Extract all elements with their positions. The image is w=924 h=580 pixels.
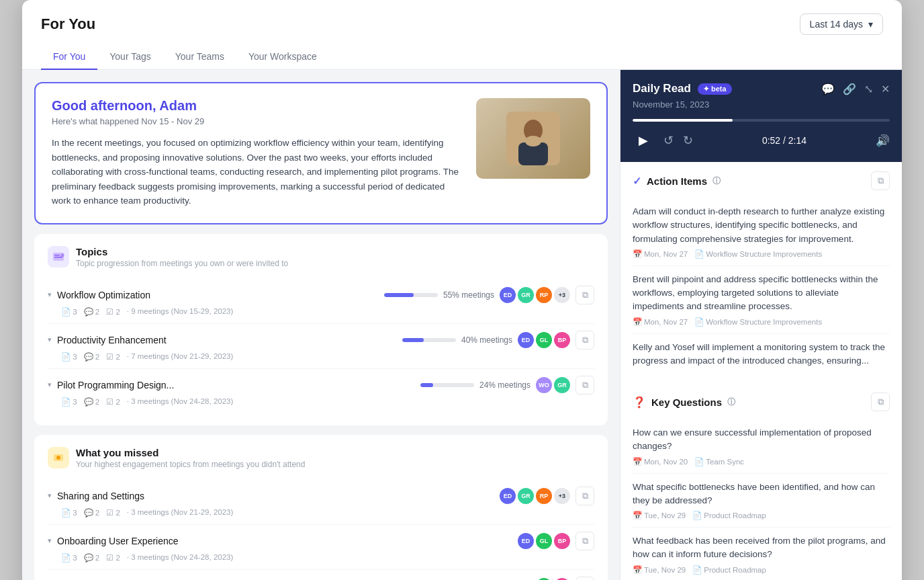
chevron-down-icon: ▾ <box>868 19 873 30</box>
missed-copy-1[interactable]: ⧉ <box>575 532 594 550</box>
avatar-ed-0: ED <box>500 287 516 303</box>
progress-label-0: 55% meetings <box>443 290 494 300</box>
action-items-icon: ✓ <box>633 175 641 188</box>
missed-meta-task-0: ☑ 2 <box>106 508 120 517</box>
meta-item-docs-1: 📄 3 <box>61 352 77 362</box>
progress-bar-fill-1 <box>402 338 424 342</box>
date-filter-button[interactable]: Last 14 days ▾ <box>800 13 883 35</box>
cal-icon-0: 📅 <box>633 249 642 259</box>
topic-top-2: ▾ Pilot Programming Design... 24% meetin… <box>48 376 594 395</box>
chevron-icon-1[interactable]: ▾ <box>48 335 52 344</box>
avatar-plus-0: +3 <box>554 287 570 303</box>
forward-icon[interactable]: ↻ <box>683 133 693 148</box>
tab-nav: For You Your Tags Your Teams Your Worksp… <box>41 44 883 69</box>
beta-badge: ✦ beta <box>698 83 732 95</box>
missed-chevron-1[interactable]: ▾ <box>48 536 52 545</box>
progress-wrap-2: 24% meetings <box>420 380 530 390</box>
chevron-icon-0[interactable]: ▾ <box>48 290 52 299</box>
topics-title: Topics <box>76 246 594 257</box>
key-questions-copy-button[interactable]: ⧉ <box>871 392 890 411</box>
missed-title: What you missed <box>76 447 594 458</box>
action-items-header: ✓ Action Items ⓘ ⧉ <box>633 171 890 190</box>
svg-rect-5 <box>54 255 60 256</box>
progress-bar-bg-2 <box>420 383 474 387</box>
action-tag-1: 📄 Workflow Structure Improvements <box>694 317 822 327</box>
play-button[interactable]: ▶ <box>633 130 654 151</box>
meta-item-docs-0: 📄 3 <box>61 307 77 317</box>
svg-rect-6 <box>54 257 62 258</box>
rewind-icon[interactable]: ↺ <box>663 133 674 148</box>
action-meta-0: 📅 Mon, Nov 27 📄 Workflow Structure Impro… <box>633 249 890 259</box>
what-you-missed-card: What you missed Your highest engagement … <box>34 435 608 580</box>
kq-text-1: What specific bottlenecks have been iden… <box>633 481 890 508</box>
key-questions-title: ❓ Key Questions ⓘ <box>633 396 735 409</box>
missed-copy-2[interactable]: ⧉ <box>575 577 594 580</box>
minimize-icon[interactable]: ⤡ <box>864 83 873 95</box>
copy-button-0[interactable]: ⧉ <box>575 286 594 304</box>
missed-name-1: Onboarding User Experience <box>57 536 512 546</box>
action-item-0: Adam will conduct in-depth research to f… <box>633 198 890 266</box>
key-questions-label: Key Questions <box>651 397 722 408</box>
tab-your-workspace[interactable]: Your Workspace <box>236 44 329 70</box>
audio-time: 0:52 / 2:14 <box>702 135 866 146</box>
copy-button-2[interactable]: ⧉ <box>575 376 594 395</box>
action-items-copy-button[interactable]: ⧉ <box>871 171 890 190</box>
topic-top-1: ▾ Productivity Enhancement 40% meetings … <box>48 331 594 349</box>
chevron-icon-2[interactable]: ▾ <box>48 380 52 389</box>
topic-name-1: Productivity Enhancement <box>57 335 397 345</box>
missed-meta-task-1: ☑ 2 <box>106 553 120 563</box>
link-icon[interactable]: 🔗 <box>843 83 856 95</box>
meta-item-task-2: ☑ 2 <box>106 397 120 407</box>
kq-item-2: What feedback has been received from the… <box>633 528 890 580</box>
tab-for-you[interactable]: For You <box>41 44 97 70</box>
meta-item-chat-0: 💬 2 <box>84 307 100 317</box>
progress-bar-bg-0 <box>384 293 438 297</box>
avatar-gr-2: GR <box>554 377 570 393</box>
missed-meta-0: 📄 3 💬 2 ☑ 2 · 3 meetings (Nov 21-29, 202… <box>61 508 594 517</box>
missed-subtitle: Your highest engagement topics from meet… <box>76 460 594 469</box>
meta-meetings-0: · 9 meetings (Nov 15-29, 2023) <box>127 307 234 317</box>
daily-read-section: Daily Read ✦ beta 💬 🔗 ⤡ ✕ November 15, 2… <box>620 70 902 162</box>
tab-your-teams[interactable]: Your Teams <box>163 44 236 70</box>
missed-icon <box>48 447 69 468</box>
meta-item-task-0: ☑ 2 <box>106 307 120 317</box>
missed-svg-icon <box>52 452 64 464</box>
avatar-wo-2: WO <box>536 377 552 393</box>
missed-avatar-plus-0: +3 <box>554 488 570 504</box>
avatar-ed-1: ED <box>518 332 534 348</box>
progress-wrap-0: 55% meetings <box>384 290 494 300</box>
header-top: For You Last 14 days ▾ <box>41 13 883 35</box>
missed-meetings-0: · 3 meetings (Nov 21-29, 2023) <box>127 508 234 517</box>
missed-meta-docs-1: 📄 3 <box>61 553 77 563</box>
svg-point-9 <box>56 456 60 460</box>
progress-label-2: 24% meetings <box>479 380 530 390</box>
volume-icon[interactable]: 🔊 <box>876 134 890 148</box>
daily-read-title: Daily Read <box>633 82 691 95</box>
greeting-date-range: Here's what happened Nov 15 - Nov 29 <box>52 116 465 126</box>
audio-controls: ▶ ↺ ↻ 0:52 / 2:14 🔊 <box>633 130 890 151</box>
kq-doc-2: 📄 <box>692 565 702 575</box>
close-icon[interactable]: ✕ <box>881 83 890 95</box>
topic-row-1: ▾ Productivity Enhancement 40% meetings … <box>48 324 594 369</box>
missed-chevron-0[interactable]: ▾ <box>48 491 52 500</box>
daily-read-date: November 15, 2023 <box>633 99 890 110</box>
page-title: For You <box>41 15 95 33</box>
missed-copy-0[interactable]: ⧉ <box>575 487 594 505</box>
missed-avatars-1: ED GL BP <box>518 533 570 549</box>
greeting-image <box>476 98 590 179</box>
svg-point-3 <box>525 136 541 147</box>
tab-your-tags[interactable]: Your Tags <box>97 44 163 70</box>
topics-svg-icon <box>52 251 64 263</box>
missed-row-1: ▾ Onboarding User Experience ED GL BP ⧉ … <box>48 525 594 570</box>
missed-row-2: ▾ Workspace Creation GL BP ⧉ <box>48 570 594 580</box>
missed-avatar-ed-0: ED <box>500 488 516 504</box>
action-item-2: Kelly and Yosef will implement a monitor… <box>633 334 890 378</box>
kq-meta-0: 📅 Mon, Nov 20 📄 Team Sync <box>633 457 890 466</box>
copy-button-1[interactable]: ⧉ <box>575 331 594 349</box>
action-item-1: Brent will pinpoint and address specific… <box>633 266 890 334</box>
action-date-1: 📅 Mon, Nov 27 <box>633 317 688 327</box>
action-date-0: 📅 Mon, Nov 27 <box>633 249 688 259</box>
kq-doc-1: 📄 <box>692 511 702 520</box>
daily-read-header: Daily Read ✦ beta 💬 🔗 ⤡ ✕ <box>633 82 890 95</box>
chat-icon[interactable]: 💬 <box>821 83 835 95</box>
